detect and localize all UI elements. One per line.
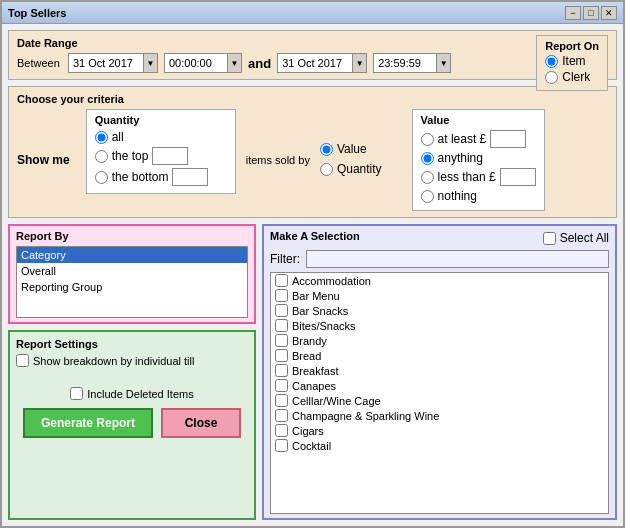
sel-item: Bites/Snacks <box>271 318 608 333</box>
sel-item: Accommodation <box>271 273 608 288</box>
sel-item-checkbox[interactable] <box>275 409 288 422</box>
sel-item: Canapes <box>271 378 608 393</box>
quantity-title: Quantity <box>95 114 227 126</box>
qty-top-label: the top <box>112 149 149 163</box>
sold-by-quantity-label: Quantity <box>337 162 382 176</box>
report-on-clerk-radio[interactable] <box>545 71 558 84</box>
criteria-section: Choose your criteria Show me Quantity al… <box>8 86 617 218</box>
less-than-row: less than £ <box>421 168 536 186</box>
time2-combo: ▼ <box>373 53 451 73</box>
close-button[interactable]: Close <box>161 408 241 438</box>
include-deleted-label: Include Deleted Items <box>87 388 193 400</box>
sel-item-checkbox[interactable] <box>275 364 288 377</box>
make-selection-section: Make A Selection Select All Filter: Acco… <box>262 224 617 520</box>
date2-dropdown-btn[interactable]: ▼ <box>353 53 367 73</box>
include-deleted-checkbox[interactable] <box>70 387 83 400</box>
sold-by-quantity-row: Quantity <box>320 162 382 176</box>
items-sold-label: items sold by <box>246 154 310 166</box>
filter-input[interactable] <box>306 250 609 268</box>
list-item[interactable]: Overall <box>17 263 247 279</box>
window-controls: − □ ✕ <box>565 6 617 20</box>
report-by-box: Report By Category Overall Reporting Gro… <box>8 224 256 520</box>
sel-item-checkbox[interactable] <box>275 334 288 347</box>
maximize-button[interactable]: □ <box>583 6 599 20</box>
time1-input[interactable] <box>164 53 228 73</box>
main-window: Top Sellers − □ ✕ Date Range Between ▼ ▼… <box>0 0 625 528</box>
date-range-label: Date Range <box>17 37 608 49</box>
val-atleast-input[interactable] <box>490 130 526 148</box>
val-lessthan-input[interactable] <box>500 168 536 186</box>
time1-dropdown-btn[interactable]: ▼ <box>228 53 242 73</box>
val-lessthan-label: less than £ <box>438 170 496 184</box>
make-selection-title: Make A Selection <box>270 230 360 242</box>
sel-item: Brandy <box>271 333 608 348</box>
val-lessthan-radio[interactable] <box>421 171 434 184</box>
sel-item: Bar Snacks <box>271 303 608 318</box>
sold-by-quantity-radio[interactable] <box>320 163 333 176</box>
sel-item-checkbox[interactable] <box>275 439 288 452</box>
report-settings-title: Report Settings <box>16 338 248 350</box>
report-settings-section: Report Settings Show breakdown by indivi… <box>8 330 256 520</box>
close-button[interactable]: ✕ <box>601 6 617 20</box>
report-on-title: Report On <box>545 40 599 52</box>
generate-report-button[interactable]: Generate Report <box>23 408 153 438</box>
list-item[interactable]: Category <box>17 247 247 263</box>
sel-item-checkbox[interactable] <box>275 424 288 437</box>
sel-item: Cocktail <box>271 438 608 453</box>
title-bar: Top Sellers − □ ✕ <box>2 2 623 24</box>
sel-item-checkbox[interactable] <box>275 379 288 392</box>
sold-by-value-radio[interactable] <box>320 143 333 156</box>
date2-combo: ▼ <box>277 53 367 73</box>
breakdown-label: Show breakdown by individual till <box>33 355 194 367</box>
qty-all-row: all <box>95 130 227 144</box>
time2-input[interactable] <box>373 53 437 73</box>
report-on-item-label: Item <box>562 54 585 68</box>
window-content: Date Range Between ▼ ▼ and ▼ ▼ <box>2 24 623 526</box>
sel-item-checkbox[interactable] <box>275 349 288 362</box>
val-atleast-radio[interactable] <box>421 133 434 146</box>
report-on-item-radio[interactable] <box>545 55 558 68</box>
window-title: Top Sellers <box>8 7 66 19</box>
value-title: Value <box>421 114 536 126</box>
anything-row: anything <box>421 151 536 165</box>
between-label: Between <box>17 57 62 69</box>
report-on-box: Report On Item Clerk <box>536 35 608 91</box>
qty-bottom-row: the bottom <box>95 168 227 186</box>
qty-all-label: all <box>112 130 124 144</box>
sel-item-checkbox[interactable] <box>275 319 288 332</box>
minimize-button[interactable]: − <box>565 6 581 20</box>
breakdown-checkbox[interactable] <box>16 354 29 367</box>
sel-item: Champagne & Sparkling Wine <box>271 408 608 423</box>
sel-item-checkbox[interactable] <box>275 304 288 317</box>
sel-item: Breakfast <box>271 363 608 378</box>
time2-dropdown-btn[interactable]: ▼ <box>437 53 451 73</box>
sel-item-checkbox[interactable] <box>275 394 288 407</box>
list-item[interactable]: Reporting Group <box>17 279 247 295</box>
date2-input[interactable] <box>277 53 353 73</box>
date1-dropdown-btn[interactable]: ▼ <box>144 53 158 73</box>
qty-top-row: the top <box>95 147 227 165</box>
bottom-section: Report By Category Overall Reporting Gro… <box>8 224 617 520</box>
sel-item-checkbox[interactable] <box>275 289 288 302</box>
val-anything-label: anything <box>438 151 483 165</box>
criteria-label: Choose your criteria <box>17 93 608 105</box>
selection-list[interactable]: Accommodation Bar Menu Bar Snacks Bites/… <box>270 272 609 514</box>
val-anything-radio[interactable] <box>421 152 434 165</box>
qty-top-input[interactable] <box>152 147 188 165</box>
and-label: and <box>248 56 271 71</box>
sel-item: Celllar/Wine Cage <box>271 393 608 408</box>
report-on-clerk-row: Clerk <box>545 70 599 84</box>
qty-bottom-input[interactable] <box>172 168 208 186</box>
date-row: Between ▼ ▼ and ▼ ▼ <box>17 53 608 73</box>
select-all-checkbox[interactable] <box>543 232 556 245</box>
report-by-list[interactable]: Category Overall Reporting Group <box>16 246 248 318</box>
qty-bottom-radio[interactable] <box>95 171 108 184</box>
date1-input[interactable] <box>68 53 144 73</box>
qty-all-radio[interactable] <box>95 131 108 144</box>
criteria-inner: Show me Quantity all the top <box>17 109 608 211</box>
val-nothing-radio[interactable] <box>421 190 434 203</box>
sel-item-checkbox[interactable] <box>275 274 288 287</box>
filter-row: Filter: <box>270 250 609 268</box>
qty-top-radio[interactable] <box>95 150 108 163</box>
make-selection-header: Make A Selection Select All <box>270 230 609 246</box>
